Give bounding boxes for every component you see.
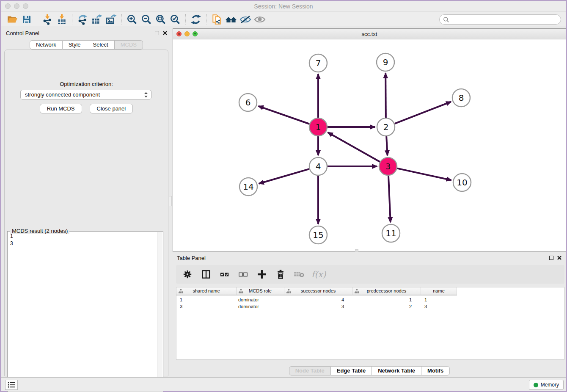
- table-cell[interactable]: 1: [352, 296, 421, 303]
- graph-node-7[interactable]: 7: [309, 54, 327, 72]
- memory-button[interactable]: Memory: [529, 380, 564, 390]
- graph-node-14[interactable]: 14: [239, 178, 257, 196]
- save-session-icon[interactable]: [19, 13, 34, 26]
- tab-select[interactable]: Select: [87, 40, 115, 50]
- tab-network[interactable]: Network: [30, 40, 63, 50]
- table-cell[interactable]: 3: [176, 303, 237, 310]
- close-panel-icon[interactable]: [162, 30, 168, 36]
- tab-style[interactable]: Style: [63, 40, 87, 50]
- graph-node-11[interactable]: 11: [382, 224, 400, 242]
- mcds-tab-content: Optimization criterion: strongly connect…: [4, 50, 168, 376]
- horizontal-scrollbar-grip[interactable]: [355, 249, 358, 252]
- graph-node-2[interactable]: 2: [377, 118, 395, 136]
- mcds-result-title: MCDS result (2 nodes): [10, 228, 69, 234]
- table-cell[interactable]: 3: [284, 303, 352, 310]
- column-header-label: shared name: [193, 288, 220, 293]
- result-scrollbar[interactable]: [157, 232, 162, 391]
- optimization-criterion-select[interactable]: strongly connected component: [20, 90, 151, 99]
- table-cell[interactable]: 4: [284, 296, 352, 303]
- table-cell[interactable]: dominator: [237, 296, 284, 303]
- function-builder-icon: f(x): [311, 268, 326, 281]
- zoom-fit-icon[interactable]: [154, 13, 168, 26]
- export-network-icon[interactable]: [75, 13, 90, 26]
- toolbar-separator: [185, 14, 186, 25]
- status-bar: Memory: [1, 377, 566, 391]
- graph-node-label: 14: [243, 182, 253, 192]
- zoom-in-icon[interactable]: [125, 13, 139, 26]
- column-header-successor-nodes[interactable]: successor nodes: [284, 287, 352, 295]
- table-cell[interactable]: 2: [352, 303, 421, 310]
- graph-node-1[interactable]: 1: [309, 118, 327, 136]
- graph-node-15[interactable]: 15: [309, 226, 327, 244]
- tab-edge-table[interactable]: Edge Table: [331, 366, 372, 375]
- refresh-icon[interactable]: [189, 13, 203, 26]
- network-canvas[interactable]: 7968124314101511: [173, 39, 566, 251]
- column-header-shared-name[interactable]: shared name: [176, 287, 237, 295]
- clone-network-icon[interactable]: [209, 13, 224, 26]
- select-all-icon[interactable]: [218, 268, 231, 281]
- table-row[interactable]: 3dominator323: [176, 303, 564, 310]
- search-box[interactable]: [439, 14, 561, 25]
- graph-node-8[interactable]: 8: [452, 89, 470, 107]
- home-icon[interactable]: [224, 13, 238, 26]
- graph-edge-3-10[interactable]: [397, 168, 451, 180]
- panel-divider-grip[interactable]: [169, 196, 172, 206]
- tab-node-table[interactable]: Node Table: [289, 366, 331, 375]
- show-all-icon[interactable]: [253, 13, 267, 26]
- search-input[interactable]: [449, 17, 551, 22]
- float-panel-icon[interactable]: [155, 31, 159, 35]
- export-table-icon[interactable]: [90, 13, 104, 26]
- column-header-name[interactable]: name: [421, 287, 457, 295]
- table-panel: Table Panel: [173, 253, 566, 377]
- table-row[interactable]: 1dominator411: [176, 296, 564, 303]
- tab-motifs[interactable]: Motifs: [421, 366, 450, 375]
- columns-icon[interactable]: [200, 268, 212, 281]
- delete-column-icon[interactable]: [274, 268, 287, 281]
- table-cell[interactable]: 3: [421, 303, 457, 310]
- import-network-icon[interactable]: [40, 13, 55, 26]
- deselect-all-icon[interactable]: [237, 268, 250, 281]
- table-cell[interactable]: 1: [421, 296, 457, 303]
- delete-table-icon: [293, 268, 306, 281]
- column-header-predecessor-nodes[interactable]: predecessor nodes: [352, 287, 421, 295]
- table-cell[interactable]: 1: [176, 296, 237, 303]
- graph-node-6[interactable]: 6: [239, 94, 257, 111]
- zoom-selected-icon[interactable]: [168, 13, 182, 26]
- network-window-titlebar[interactable]: x - + scc.txt: [173, 29, 566, 39]
- graph-node-9[interactable]: 9: [377, 53, 394, 71]
- graph-edge-2-8[interactable]: [395, 102, 451, 124]
- graph-node-3[interactable]: 3: [379, 157, 397, 175]
- import-table-icon[interactable]: [55, 13, 69, 26]
- graph-node-label: 10: [457, 177, 467, 188]
- control-panel: Control Panel Optimization criterion: st…: [4, 28, 168, 376]
- run-mcds-button[interactable]: Run MCDS: [40, 104, 82, 113]
- tab-mcds[interactable]: MCDS: [115, 40, 143, 50]
- graph-edge-4-14[interactable]: [259, 169, 309, 184]
- hide-others-icon[interactable]: [238, 13, 253, 26]
- graph-edge-3-1[interactable]: [328, 133, 380, 162]
- tab-network-table[interactable]: Network Table: [372, 366, 421, 375]
- close-table-panel-icon[interactable]: [557, 255, 562, 260]
- graph-node-4[interactable]: 4: [309, 157, 327, 175]
- graph-edge-2-3[interactable]: [386, 136, 387, 155]
- task-history-button[interactable]: [5, 380, 18, 390]
- graph-node-label: 2: [383, 122, 389, 132]
- graph-edge-2-9[interactable]: [385, 73, 386, 118]
- table-cell[interactable]: dominator: [237, 303, 284, 310]
- zoom-out-icon[interactable]: [139, 13, 154, 26]
- column-header-label: predecessor nodes: [367, 288, 407, 293]
- close-panel-button[interactable]: Close panel: [90, 104, 133, 113]
- titlebar: Session: New Session: [1, 1, 566, 11]
- export-image-icon[interactable]: [104, 13, 118, 26]
- column-header-MCDS-role[interactable]: MCDS role: [237, 287, 284, 295]
- float-table-panel-icon[interactable]: [549, 256, 553, 260]
- graph-node-10[interactable]: 10: [453, 174, 471, 191]
- open-session-icon[interactable]: [5, 13, 19, 26]
- add-column-icon[interactable]: [256, 268, 268, 281]
- list-icon: [7, 381, 16, 389]
- graph-edge-1-6[interactable]: [259, 106, 310, 124]
- network-view-window: x - + scc.txt 7968124314101511: [173, 28, 566, 252]
- hierarchy-icon: [355, 289, 359, 294]
- gear-icon[interactable]: [181, 268, 194, 281]
- graph-edge-3-11[interactable]: [388, 176, 391, 222]
